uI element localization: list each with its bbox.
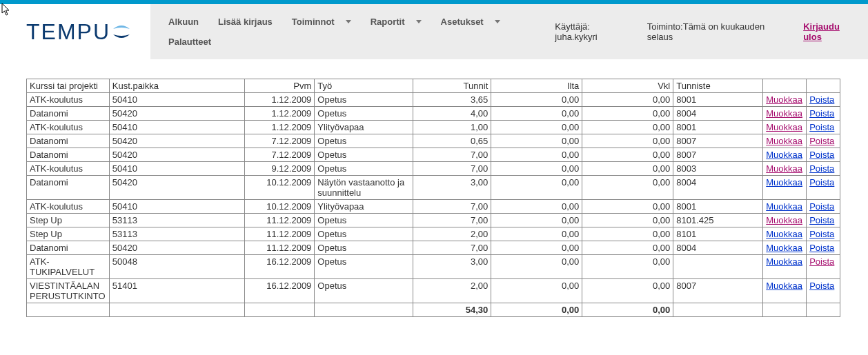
edit-link[interactable]: Muokkaa <box>766 215 802 225</box>
edit-link[interactable]: Muokkaa <box>766 201 802 212</box>
delete-link[interactable]: Poista <box>809 150 834 160</box>
total-tunnit: 54,30 <box>413 303 491 317</box>
cell-ilta: 0,00 <box>491 148 582 162</box>
cell-pvm: 7.12.2009 <box>244 134 315 148</box>
delete-link[interactable]: Poista <box>809 136 834 146</box>
nav-alkuun[interactable]: Alkuun <box>159 10 208 34</box>
edit-link[interactable]: Muokkaa <box>766 108 802 119</box>
cell-tunniste: 8007 <box>673 279 763 303</box>
delete-link[interactable]: Poista <box>809 229 834 239</box>
cell-kurssi: Datanomi <box>27 176 110 200</box>
cell-ilta: 0,00 <box>491 255 582 279</box>
edit-link[interactable]: Muokkaa <box>766 243 802 253</box>
cell-kust: 50410 <box>109 200 244 214</box>
brand-text: TEMPU <box>26 19 110 45</box>
nav-label: Asetukset <box>441 17 484 27</box>
edit-link[interactable]: Muokkaa <box>766 94 802 105</box>
cell-action-edit: Muokkaa <box>763 134 807 148</box>
cell-action-del: Poista <box>807 121 840 134</box>
cell-action-edit: Muokkaa <box>763 121 807 134</box>
table-row: VIESTINTÄALAN PERUSTUTKINTO5140116.12.20… <box>27 279 840 303</box>
user-value: juha.kykyri <box>555 32 597 42</box>
cell-tyo: Opetus <box>315 134 413 148</box>
cell-action-del: Poista <box>807 214 840 227</box>
nav-label: Toiminnot <box>292 17 335 27</box>
cell-tyo: Opetus <box>315 93 413 107</box>
nav-lisaa-kirjaus[interactable]: Lisää kirjaus <box>208 10 282 34</box>
cell-tyo: Opetus <box>315 279 413 303</box>
nav-palautteet[interactable]: Palautteet <box>159 34 221 54</box>
edit-link[interactable]: Muokkaa <box>766 163 802 174</box>
nav-asetukset[interactable]: Asetukset <box>431 10 510 34</box>
nav-raportit[interactable]: Raportit <box>361 10 431 34</box>
brand-logo: TEMPU <box>26 19 131 45</box>
header: TEMPU Alkuun Lisää kirjaus Toiminnot Ra <box>0 4 868 59</box>
table-row: ATK-TUKIPALVELUT5004816.12.2009Opetus3,0… <box>27 255 840 279</box>
nav-toiminnot[interactable]: Toiminnot <box>282 10 361 34</box>
delete-link[interactable]: Poista <box>809 201 834 212</box>
edit-link[interactable]: Muokkaa <box>766 281 802 291</box>
edit-link[interactable]: Muokkaa <box>766 150 802 160</box>
delete-link[interactable]: Poista <box>809 281 834 291</box>
user-label: Käyttäjä: <box>555 21 590 32</box>
cell-kust: 51401 <box>109 279 244 303</box>
cell-pvm: 16.12.2009 <box>244 255 315 279</box>
cell-tunnit: 7,00 <box>413 214 491 227</box>
content: Kurssi tai projekti Kust.paikka Pvm Työ … <box>0 59 868 324</box>
cell-vkl: 0,00 <box>582 200 673 214</box>
table-row: Datanomi5042011.12.2009Opetus7,000,000,0… <box>27 241 840 255</box>
delete-link[interactable]: Poista <box>809 256 834 267</box>
cell-action-del: Poista <box>807 241 840 255</box>
cell-tyo: Opetus <box>315 214 413 227</box>
cell-action-del: Poista <box>807 255 840 279</box>
cell-tunnit: 2,00 <box>413 279 491 303</box>
table-row: ATK-koulutus504109.12.2009Opetus7,000,00… <box>27 162 840 176</box>
cell-action-edit: Muokkaa <box>763 93 807 107</box>
table-row: ATK-koulutus504101.12.2009Ylityövapaa1,0… <box>27 121 840 134</box>
cell-tunnit: 3,00 <box>413 255 491 279</box>
delete-link[interactable]: Poista <box>809 163 834 174</box>
logout-link[interactable]: Kirjaudu ulos <box>803 21 857 42</box>
cell-kurssi: ATK-TUKIPALVELUT <box>27 255 110 279</box>
cell-kurssi: Datanomi <box>27 148 110 162</box>
delete-link[interactable]: Poista <box>809 215 834 225</box>
cell-tunniste: 8007 <box>673 148 763 162</box>
cell-ilta: 0,00 <box>491 214 582 227</box>
table-row: Step Up5311311.12.2009Opetus2,000,000,00… <box>27 227 840 241</box>
cell-kust: 50410 <box>109 162 244 176</box>
th-pvm: Pvm <box>244 79 315 93</box>
cell-kust: 50410 <box>109 121 244 134</box>
delete-link[interactable]: Poista <box>809 177 834 187</box>
cell-action-del: Poista <box>807 134 840 148</box>
nav-label: Raportit <box>371 17 405 27</box>
cell-kust: 50420 <box>109 241 244 255</box>
th-tyo: Työ <box>315 79 413 93</box>
cell-pvm: 11.12.2009 <box>244 214 315 227</box>
table-row: Datanomi5042010.12.2009Näytön vastaanott… <box>27 176 840 200</box>
cell-tunniste: 8004 <box>673 176 763 200</box>
cell-tunniste: 8101.425 <box>673 214 763 227</box>
th-vkl: Vkl <box>582 79 673 93</box>
cell-pvm: 10.12.2009 <box>244 176 315 200</box>
edit-link[interactable]: Muokkaa <box>766 256 802 267</box>
edit-link[interactable]: Muokkaa <box>766 177 802 187</box>
cell-kust: 50420 <box>109 107 244 121</box>
edit-link[interactable]: Muokkaa <box>766 136 802 146</box>
cell-vkl: 0,00 <box>582 214 673 227</box>
cell-tunniste: 8004 <box>673 107 763 121</box>
delete-link[interactable]: Poista <box>809 122 834 132</box>
cell-kust: 53113 <box>109 214 244 227</box>
edit-link[interactable]: Muokkaa <box>766 229 802 239</box>
delete-link[interactable]: Poista <box>809 94 834 105</box>
cell-tunniste: 8001 <box>673 121 763 134</box>
delete-link[interactable]: Poista <box>809 243 834 253</box>
cell-ilta: 0,00 <box>491 176 582 200</box>
cell-pvm: 1.12.2009 <box>244 93 315 107</box>
cell-kurssi: Step Up <box>27 214 110 227</box>
nav-bar: Alkuun Lisää kirjaus Toiminnot Raportit … <box>150 4 868 59</box>
cell-kurssi: Datanomi <box>27 107 110 121</box>
cell-tyo: Opetus <box>315 241 413 255</box>
cell-action-edit: Muokkaa <box>763 162 807 176</box>
delete-link[interactable]: Poista <box>809 108 834 119</box>
edit-link[interactable]: Muokkaa <box>766 122 802 132</box>
